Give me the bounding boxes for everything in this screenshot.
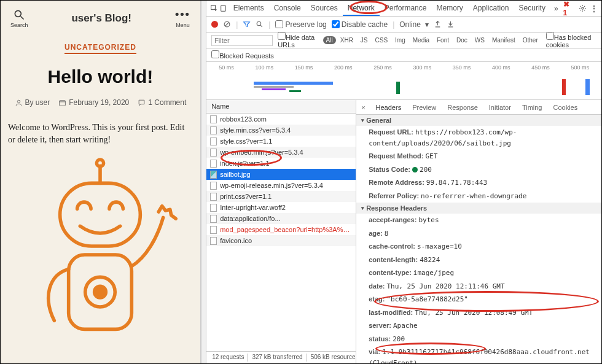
post-title: Hello world! xyxy=(7,66,194,87)
file-icon xyxy=(210,182,217,190)
device-icon[interactable] xyxy=(219,4,227,12)
tab-performance[interactable]: Performance xyxy=(380,1,432,16)
svg-line-1 xyxy=(21,16,24,19)
header-row: date: Thu, 25 Jun 2020 12:11:46 GMT xyxy=(356,280,601,293)
request-row[interactable]: style.css?ver=1.1 xyxy=(206,136,356,147)
author: By user xyxy=(15,98,50,107)
search-icon[interactable] xyxy=(256,20,264,28)
header-row: last-modified: Thu, 25 Jun 2020 12:08:49… xyxy=(356,306,601,320)
section-header[interactable]: Response Headers xyxy=(356,203,601,214)
svg-rect-12 xyxy=(221,6,225,12)
request-row[interactable]: style.min.css?ver=5.3.4 xyxy=(206,125,356,136)
request-name: robbox123.com xyxy=(220,115,267,123)
blocked-requests-row: Blocked Requests xyxy=(206,48,601,62)
filter-type-all[interactable]: All xyxy=(323,36,336,44)
filter-type-manifest[interactable]: Manifest xyxy=(489,36,518,44)
filter-type-xhr[interactable]: XHR xyxy=(337,36,356,44)
search-button[interactable]: Search xyxy=(10,9,28,28)
request-row[interactable]: favicon.ico xyxy=(206,235,356,246)
tab-sources[interactable]: Sources xyxy=(306,1,343,16)
detail-tab-timing[interactable]: Timing xyxy=(517,101,548,114)
filter-type-css[interactable]: CSS xyxy=(372,36,391,44)
header-row: accept-ranges: bytes xyxy=(356,214,601,227)
disable-cache-checkbox[interactable]: Disable cache xyxy=(332,20,388,29)
hide-data-urls-checkbox[interactable]: Hide data URLs xyxy=(278,32,318,48)
request-list-header[interactable]: Name xyxy=(206,100,356,114)
header-row: Referrer Policy: no-referrer-when-downgr… xyxy=(356,190,601,203)
filter-type-media[interactable]: Media xyxy=(410,36,432,44)
tab-application[interactable]: Application xyxy=(468,1,514,16)
request-row[interactable]: wp-embed.min.js?ver=5.3.4 xyxy=(206,147,356,158)
inspect-icon[interactable] xyxy=(210,4,218,12)
record-button[interactable] xyxy=(211,21,218,28)
filter-icon[interactable] xyxy=(243,20,251,28)
clear-icon[interactable] xyxy=(223,20,231,28)
header-row: server: Apache xyxy=(356,319,601,333)
tab-network[interactable]: Network xyxy=(343,1,380,16)
filter-type-img[interactable]: Img xyxy=(392,36,408,44)
request-name: index.js?ver=1.1 xyxy=(220,160,269,167)
upload-icon[interactable] xyxy=(434,20,442,28)
download-icon[interactable] xyxy=(447,20,455,28)
comments[interactable]: 1 Comment xyxy=(138,98,186,107)
detail-tab-preview[interactable]: Preview xyxy=(407,101,442,114)
detail-tab-response[interactable]: Response xyxy=(442,101,483,114)
tab-elements[interactable]: Elements xyxy=(229,1,269,16)
request-row[interactable]: data:application/fo... xyxy=(206,213,356,224)
request-row[interactable]: sailbot.jpg xyxy=(206,169,356,180)
devtools-pane: ElementsConsoleSourcesNetworkPerformance… xyxy=(206,1,601,363)
filter-type-font[interactable]: Font xyxy=(434,36,452,44)
request-name: style.css?ver=1.1 xyxy=(220,137,272,145)
request-row[interactable]: robbox123.com xyxy=(206,114,356,125)
request-name: print.css?ver=1.1 xyxy=(220,193,272,200)
header-row: Request Method: GET xyxy=(356,150,601,163)
svg-rect-5 xyxy=(60,184,141,247)
tab-console[interactable]: Console xyxy=(269,1,306,16)
request-row[interactable]: print.css?ver=1.1 xyxy=(206,191,356,202)
header-row: cache-control: s-maxage=10 xyxy=(356,240,601,254)
network-toolbar: | | Preserve log Disable cache | Online … xyxy=(206,17,601,33)
kebab-icon[interactable]: ⋮ xyxy=(590,4,598,13)
detail-tab-cookies[interactable]: Cookies xyxy=(548,101,584,114)
search-icon xyxy=(13,9,25,21)
section-header[interactable]: General xyxy=(356,115,601,126)
request-name: wp-emoji-release.min.js?ver=5.3.4 xyxy=(220,182,323,189)
filter-input[interactable] xyxy=(211,35,273,46)
throttle-select[interactable]: Online ▾ xyxy=(399,20,428,29)
blocked-requests-checkbox[interactable]: Blocked Requests xyxy=(211,50,274,60)
menu-button[interactable]: ••• Menu xyxy=(175,8,190,28)
blog-title: user's Blog! xyxy=(71,12,131,25)
tab-memory[interactable]: Memory xyxy=(431,1,467,16)
devtools-tab-bar: ElementsConsoleSourcesNetworkPerformance… xyxy=(206,1,601,17)
request-list-pane: Name robbox123.comstyle.min.css?ver=5.3.… xyxy=(206,100,356,363)
more-tabs[interactable]: » xyxy=(552,4,561,13)
request-row[interactable]: Inter-upright-var.woff2 xyxy=(206,202,356,213)
filter-type-js[interactable]: JS xyxy=(358,36,371,44)
file-icon xyxy=(210,126,217,134)
svg-point-16 xyxy=(257,21,261,26)
request-row[interactable]: index.js?ver=1.1 xyxy=(206,158,356,169)
menu-label: Menu xyxy=(176,22,190,28)
preserve-log-checkbox[interactable]: Preserve log xyxy=(275,20,326,29)
vertical-splitter[interactable] xyxy=(201,1,206,363)
detail-tab-initiator[interactable]: Initiator xyxy=(483,101,517,114)
detail-tab-headers[interactable]: Headers xyxy=(370,101,407,114)
filter-bar: Hide data URLs AllXHRJSCSSImgMediaFontDo… xyxy=(206,33,601,48)
post-category[interactable]: UNCATEGORIZED xyxy=(64,43,136,54)
request-row[interactable]: wp-emoji-release.min.js?ver=5.3.4 xyxy=(206,180,356,191)
date: February 19, 2020 xyxy=(58,98,129,107)
filter-type-other[interactable]: Other xyxy=(520,36,541,44)
header-row: Remote Address: 99.84.71.78:443 xyxy=(356,176,601,190)
detail-tabs: × HeadersPreviewResponseInitiatorTimingC… xyxy=(356,100,601,115)
filter-type-ws[interactable]: WS xyxy=(472,36,488,44)
close-detail-button[interactable]: × xyxy=(356,104,370,111)
request-name: Inter-upright-var.woff2 xyxy=(220,204,286,211)
error-badge[interactable]: ✖ 1 xyxy=(563,0,576,17)
tab-security[interactable]: Security xyxy=(514,1,550,16)
gear-icon[interactable] xyxy=(579,4,587,12)
request-row[interactable]: mod_pagespeed_beacon?url=http%3A%2F%2Fro… xyxy=(206,224,356,235)
network-timeline[interactable]: 50 ms100 ms150 ms200 ms250 ms300 ms350 m… xyxy=(206,62,601,100)
blocked-cookies-checkbox[interactable]: Has blocked cookies xyxy=(546,32,596,48)
filter-type-doc[interactable]: Doc xyxy=(453,36,471,44)
file-icon xyxy=(210,115,217,123)
